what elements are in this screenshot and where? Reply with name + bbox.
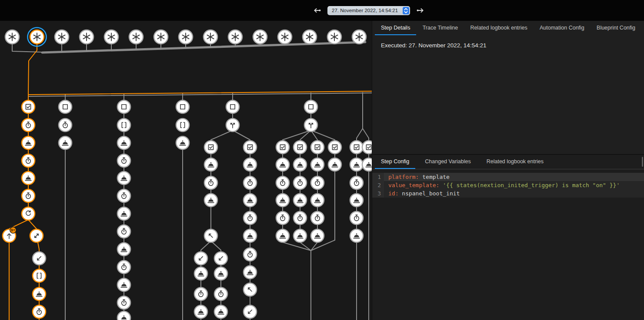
trace-node-service[interactable] [276,194,289,207]
tab-trace-timeline[interactable]: Trace Timeline [417,21,464,35]
trace-node-service[interactable] [117,136,130,149]
trace-node-trigger[interactable] [228,30,242,44]
tab-related-logbook-entries[interactable]: Related logbook entries [464,21,533,35]
run-selector[interactable]: 27. November 2022, 14:54:21 [327,6,410,15]
tab-config-related-logbook-entries[interactable]: Related logbook entries [480,155,550,169]
trace-node-trigger[interactable] [129,30,143,44]
trace-node-condition[interactable] [204,141,217,154]
trace-node-service[interactable] [194,267,207,280]
trace-node-trigger[interactable] [154,30,168,44]
tab-step-config[interactable]: Step Config [375,155,415,169]
trace-node-brackets[interactable] [33,269,46,282]
trace-node-service[interactable] [294,194,307,207]
tab-automation-config[interactable]: Automation Config [534,21,591,35]
trace-node-service[interactable] [117,207,130,220]
trace-node-service[interactable] [22,172,35,185]
trace-node-delay[interactable] [350,211,363,224]
trace-node-service[interactable] [294,229,307,242]
trace-node-parallel[interactable] [304,119,317,132]
trace-node-choose[interactable] [117,100,130,113]
trace-node-arrow-top-left[interactable] [244,283,257,296]
trace-node-service[interactable] [194,305,207,318]
trace-node-delay[interactable] [294,211,307,224]
trace-node-service[interactable] [294,158,307,171]
trace-node-delay[interactable] [22,119,35,132]
trace-node-delay[interactable] [214,287,227,300]
trace-node-condition[interactable] [328,141,341,154]
tab-step-details[interactable]: Step Details [375,21,416,35]
trace-node-service[interactable] [350,229,363,242]
trace-node-parallel[interactable] [226,119,239,132]
trace-node-service[interactable] [117,172,130,185]
trace-node-brackets[interactable] [176,119,189,132]
trace-node-delay[interactable] [117,189,130,202]
trace-node-service[interactable] [311,194,324,207]
trace-node-trigger[interactable] [327,30,341,44]
trace-node-service[interactable] [244,266,257,279]
trace-node-delay[interactable] [311,176,324,189]
trace-node-trigger[interactable] [179,30,193,44]
trace-node-service[interactable] [117,243,130,256]
trace-node-service[interactable] [33,287,46,300]
trace-node-delay[interactable] [294,176,307,189]
trace-node-service[interactable] [362,158,372,171]
trace-node-condition[interactable] [350,141,363,154]
tab-blueprint-config[interactable]: Blueprint Config [591,21,641,35]
trace-node-delay[interactable] [244,176,257,189]
trace-node-service[interactable] [214,267,227,280]
trace-node-service[interactable] [117,278,130,291]
trace-node-trigger[interactable] [253,30,267,44]
trace-node-arrow-bottom-left[interactable] [194,252,207,265]
trace-node-trigger[interactable] [104,30,118,44]
trace-node-brackets[interactable] [117,119,130,132]
trace-node-trigger[interactable] [303,30,317,44]
trace-node-service[interactable] [276,158,289,171]
trace-node-choose[interactable] [59,100,72,113]
trace-node-service[interactable] [244,229,257,242]
trace-node-service[interactable] [350,194,363,207]
trace-node-delay[interactable] [22,189,35,202]
trace-node-service[interactable] [276,229,289,242]
trace-node-delay[interactable] [311,211,324,224]
trace-node-delay[interactable] [22,154,35,167]
trace-node-delay[interactable] [244,248,257,261]
trace-node-delay[interactable] [276,176,289,189]
trace-node-trigger[interactable] [55,30,69,44]
trace-node-delay[interactable] [244,211,257,224]
trace-node-delay[interactable] [194,287,207,300]
trace-node-service[interactable] [59,136,72,149]
trace-node-arrow-bottom-left[interactable] [244,305,257,318]
trace-node-service[interactable] [244,194,257,207]
trace-node-delay[interactable] [59,119,72,132]
trace-node-delay[interactable] [204,176,217,189]
trace-node-delay[interactable] [276,211,289,224]
trace-node-service[interactable] [311,158,324,171]
trace-node-arrow-expand[interactable] [30,229,43,242]
trace-node-trigger[interactable] [204,30,217,44]
trace-node-trigger[interactable] [28,28,47,46]
trace-node-arrow-top-left[interactable] [204,229,217,242]
trace-node-service[interactable] [204,194,217,207]
trace-node-condition[interactable] [362,141,372,154]
tab-changed-variables[interactable]: Changed Variables [419,155,477,169]
trace-node-choose[interactable] [304,100,317,113]
trace-node-trigger[interactable] [5,30,19,44]
trace-node-condition[interactable] [276,141,289,154]
next-run-arrow-icon[interactable] [416,6,425,15]
trace-node-arrow-bottom-left[interactable] [33,252,46,265]
trace-node-choose[interactable] [226,100,239,113]
trace-node-service[interactable] [117,311,130,320]
trace-node-service[interactable] [311,229,324,242]
trace-node-trigger[interactable] [278,30,292,44]
trace-node-service[interactable] [22,136,35,149]
trace-node-condition[interactable] [244,141,257,154]
trace-node-choose[interactable] [176,100,189,113]
trace-node-service[interactable] [350,158,363,171]
trace-node-service[interactable] [214,305,227,318]
trace-node-trigger[interactable] [352,30,366,44]
trace-node-delay[interactable] [117,225,130,238]
trace-node-service[interactable] [176,136,189,149]
trace-node-condition[interactable] [22,100,35,113]
trace-node-trigger[interactable] [80,30,93,44]
trace-node-delay[interactable] [33,305,46,318]
